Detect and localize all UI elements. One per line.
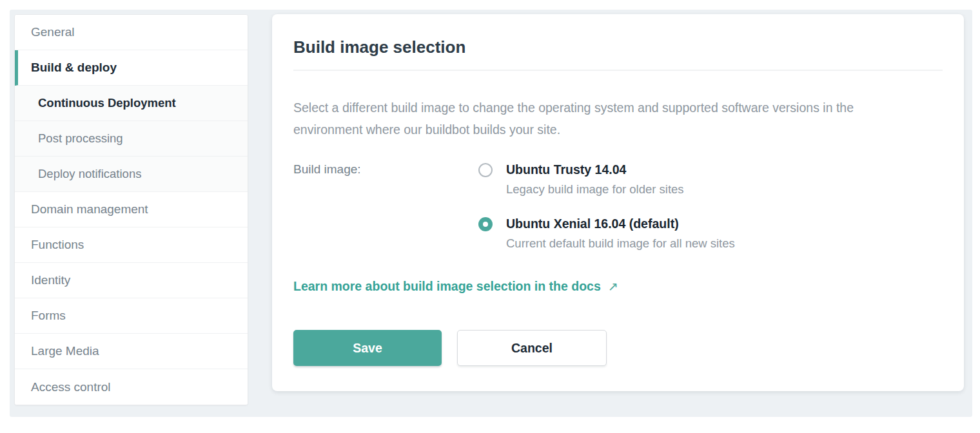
section-description: Select a different build image to change… <box>293 97 909 140</box>
build-image-field-label: Build image: <box>293 162 478 270</box>
sidebar-item-functions[interactable]: Functions <box>15 227 248 263</box>
radio-option-ubuntu-trusty: Ubuntu Trusty 14.04 Legacy build image f… <box>478 162 735 197</box>
radio-option-description: Legacy build image for older sites <box>506 182 684 197</box>
radio-option-label[interactable]: Ubuntu Xenial 16.04 (default) <box>506 216 735 231</box>
build-image-radio-group: Ubuntu Trusty 14.04 Legacy build image f… <box>478 162 735 270</box>
sidebar-item-continuous-deployment[interactable]: Continuous Deployment <box>15 86 248 121</box>
sidebar-item-access-control[interactable]: Access control <box>15 369 248 405</box>
title-divider <box>293 70 943 71</box>
sidebar-item-general[interactable]: General <box>15 15 248 50</box>
sidebar-item-label: Large Media <box>31 344 99 358</box>
sidebar-item-domain-management[interactable]: Domain management <box>15 192 248 227</box>
sidebar-item-deploy-notifications[interactable]: Deploy notifications <box>15 157 248 192</box>
sidebar-item-build-deploy[interactable]: Build & deploy <box>15 50 248 86</box>
sidebar-item-large-media[interactable]: Large Media <box>15 334 248 369</box>
docs-link-label: Learn more about build image selection i… <box>293 279 601 294</box>
radio-option-texts: Ubuntu Trusty 14.04 Legacy build image f… <box>506 162 684 197</box>
sidebar-item-label: Deploy notifications <box>38 167 141 181</box>
radio-button-selected[interactable] <box>478 217 493 231</box>
radio-button-unselected[interactable] <box>478 163 493 177</box>
sidebar-item-label: Domain management <box>31 202 148 216</box>
sidebar-item-identity[interactable]: Identity <box>15 263 248 298</box>
radio-option-label[interactable]: Ubuntu Trusty 14.04 <box>506 162 684 177</box>
sidebar-item-forms[interactable]: Forms <box>15 298 248 334</box>
form-actions: Save Cancel <box>293 330 943 366</box>
sidebar-item-post-processing[interactable]: Post processing <box>15 121 248 157</box>
radio-option-ubuntu-xenial: Ubuntu Xenial 16.04 (default) Current de… <box>478 216 735 251</box>
sidebar-item-label: General <box>31 25 75 39</box>
sidebar-item-label: Access control <box>31 380 111 394</box>
radio-option-description: Current default build image for all new … <box>506 236 735 251</box>
sidebar-item-label: Identity <box>31 273 70 287</box>
sidebar-item-label: Functions <box>31 238 84 252</box>
cancel-button[interactable]: Cancel <box>457 330 607 366</box>
arrow-up-right-icon: ↗ <box>608 279 618 294</box>
page-title: Build image selection <box>293 37 943 57</box>
radio-option-texts: Ubuntu Xenial 16.04 (default) Current de… <box>506 216 735 251</box>
docs-link[interactable]: Learn more about build image selection i… <box>293 279 618 294</box>
build-image-form-row: Build image: Ubuntu Trusty 14.04 Legacy … <box>293 162 943 270</box>
sidebar-item-label: Post processing <box>38 131 123 146</box>
sidebar-item-label: Build & deploy <box>31 61 117 75</box>
sidebar-item-label: Continuous Deployment <box>38 96 176 110</box>
sidebar-item-label: Forms <box>31 309 66 323</box>
build-image-selection-card: Build image selection Select a different… <box>272 14 964 391</box>
save-button[interactable]: Save <box>293 330 442 366</box>
settings-sidebar: General Build & deploy Continuous Deploy… <box>14 14 248 405</box>
